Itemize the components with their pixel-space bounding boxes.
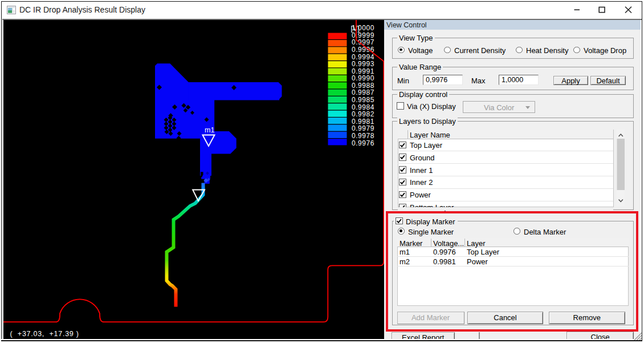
svg-text:0.9976: 0.9976 [351,139,374,147]
svg-text:[V]: [V] [350,24,359,32]
svg-text:m1: m1 [204,126,214,134]
svg-text:( +37.03, +17.39 ): ( +37.03, +17.39 ) [10,329,79,337]
